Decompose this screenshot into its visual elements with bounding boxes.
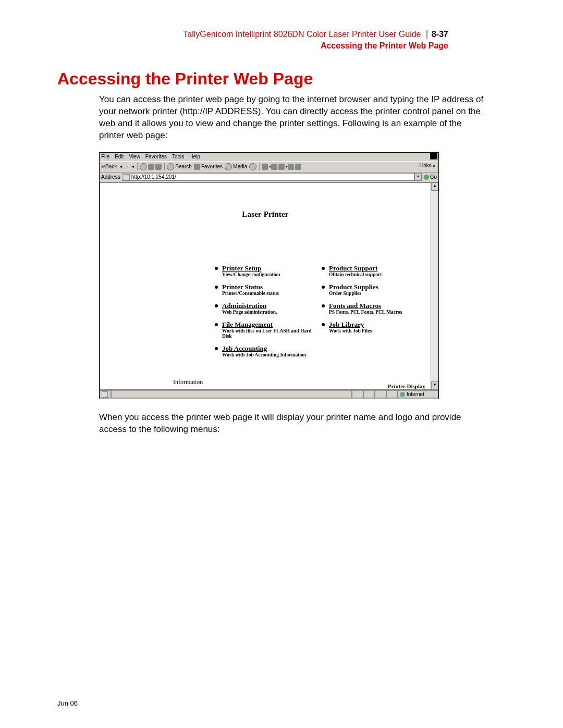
link-product-supplies[interactable]: Product Supplies Order Supplies [322, 283, 413, 296]
refresh-icon[interactable] [148, 164, 154, 170]
menubar: File Edit View Favorites Tools Help [100, 153, 438, 161]
media-button[interactable]: Media [225, 163, 247, 170]
menu-favorites[interactable]: Favorites [145, 154, 167, 159]
link-printer-status[interactable]: Printer Status Printer/Consumable status [215, 283, 322, 296]
intro-paragraph: You can access the printer web page by g… [99, 94, 487, 142]
edit-icon[interactable] [278, 164, 285, 170]
home-icon[interactable] [155, 164, 162, 170]
status-bar: Internet [100, 390, 438, 399]
scrollbar[interactable]: ▲ ▼ [431, 182, 438, 390]
discuss-icon[interactable] [288, 164, 294, 170]
status-cell [386, 390, 398, 398]
internet-icon [400, 392, 405, 397]
menu-tools[interactable]: Tools [172, 154, 184, 159]
status-cell [375, 390, 386, 398]
page-icon [124, 174, 130, 180]
outro-paragraph: When you access the printer web page it … [99, 412, 487, 436]
go-button[interactable]: Go [424, 174, 437, 180]
link-product-support[interactable]: Product Support Obtain technical support [322, 265, 413, 277]
ie-logo-icon [430, 153, 437, 159]
forward-button[interactable]: → [124, 164, 129, 169]
toolbar: ↩ Back ▾ → ▾ Search Favorites Media ▾ ▾ [100, 161, 438, 172]
guide-title: TallyGenicom Intelliprint 8026DN Color L… [183, 30, 421, 39]
printer-display-label: Printer Display [388, 383, 425, 389]
link-file-management[interactable]: File Management Work with files on User … [215, 321, 322, 339]
search-button[interactable]: Search [167, 163, 192, 170]
address-value: http://10.1.254.201/ [131, 174, 176, 180]
menu-help[interactable]: Help [189, 154, 200, 159]
address-dropdown[interactable]: ▾ [414, 173, 422, 181]
page-number: 8-37 [426, 30, 448, 39]
mail-icon[interactable] [262, 164, 268, 170]
stop-icon[interactable] [140, 163, 147, 170]
history-icon[interactable] [249, 163, 256, 170]
status-text [111, 390, 352, 398]
link-job-accounting[interactable]: Job Accounting Work with Job Accounting … [215, 345, 322, 357]
page-content: Laser Printer Printer Setup View/Change … [100, 182, 431, 390]
status-cell [352, 390, 363, 398]
footer-date: Jun 06 [57, 699, 78, 707]
print-icon[interactable] [271, 164, 277, 170]
messenger-icon[interactable] [295, 164, 301, 170]
menu-edit[interactable]: Edit [115, 154, 124, 159]
link-fonts-macros[interactable]: Fonts and Macros PS Fonts, PCL Fonts, PC… [322, 302, 413, 315]
address-bar: Address http://10.1.254.201/ ▾ Go [100, 172, 438, 182]
page-header: TallyGenicom Intelliprint 8026DN Color L… [57, 29, 448, 51]
address-field[interactable]: http://10.1.254.201/ [122, 173, 414, 181]
links-column-right: Product Support Obtain technical support… [322, 265, 413, 364]
information-label: Information [173, 378, 203, 386]
link-job-library[interactable]: Job Library Work with Job Files [322, 321, 413, 334]
links-column-left: Printer Setup View/Change configuration … [215, 265, 322, 364]
back-button[interactable]: ↩ Back [101, 164, 117, 169]
header-section: Accessing the Printer Web Page [57, 40, 448, 52]
printer-page-title: Laser Printer [100, 210, 431, 219]
menu-file[interactable]: File [101, 154, 109, 159]
menu-view[interactable]: View [129, 154, 140, 159]
link-printer-setup[interactable]: Printer Setup View/Change configuration [215, 265, 322, 277]
scroll-up-icon[interactable]: ▲ [431, 182, 438, 191]
favorites-button[interactable]: Favorites [194, 164, 223, 170]
status-page-icon [100, 390, 111, 398]
address-label: Address [101, 174, 120, 180]
browser-screenshot: File Edit View Favorites Tools Help ↩ Ba… [99, 152, 439, 399]
status-cell [363, 390, 375, 398]
status-zone: Internet [398, 390, 438, 398]
section-title: Accessing the Printer Web Page [57, 69, 500, 89]
links-label[interactable]: Links » [417, 162, 437, 169]
scroll-down-icon[interactable]: ▼ [431, 381, 438, 390]
link-administration[interactable]: Administration Web Page administration. [215, 302, 322, 315]
